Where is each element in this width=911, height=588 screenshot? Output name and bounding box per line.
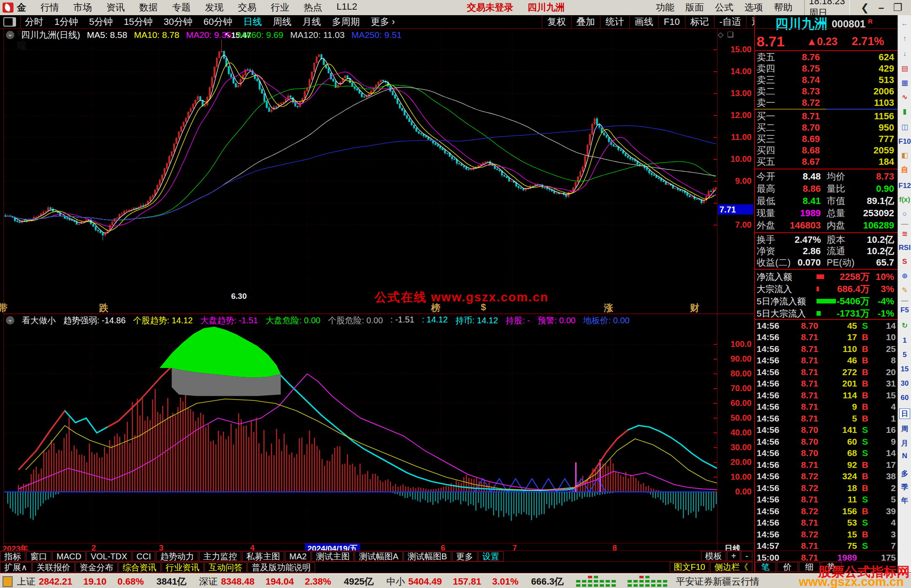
split-window-icon[interactable] xyxy=(3,17,16,27)
report-icon[interactable]: ▤ xyxy=(898,64,911,73)
menu-item-公式[interactable]: 公式 xyxy=(715,1,733,14)
tick-row[interactable]: 14:568.7215B3 xyxy=(755,529,898,540)
move-icon[interactable]: ⊕ xyxy=(898,271,911,280)
indicator-tab-指标[interactable]: 指标 xyxy=(0,551,25,561)
kline-icon[interactable]: ▮ xyxy=(898,107,911,116)
tick-row[interactable]: 14:568.7117B10 xyxy=(755,332,898,344)
formula-icon[interactable]: f(x) xyxy=(898,196,911,204)
menu-item-热点[interactable]: 热点 xyxy=(304,1,322,14)
tick-view-tab-笔[interactable]: 笔 xyxy=(755,562,776,572)
hotlink-glyph[interactable]: $ xyxy=(481,302,486,313)
toolbar-button--自适[interactable]: -自适 xyxy=(714,16,746,28)
indicator-tab-MA2[interactable]: MA2 xyxy=(285,551,311,561)
back-icon[interactable]: ← xyxy=(898,19,911,28)
toolbar-button-叠加[interactable]: 叠加 xyxy=(571,16,600,28)
period-tab-60分钟[interactable]: 60分钟 xyxy=(203,16,232,28)
s-icon[interactable]: S xyxy=(898,258,911,266)
indicator-tab-趋势动力[interactable]: 趋势动力 xyxy=(156,551,198,561)
tick-row[interactable]: 14:568.7153S4 xyxy=(755,517,898,529)
tick-row[interactable]: 14:568.72156B39 xyxy=(755,505,898,517)
chevron-down-icon[interactable]: ⌄ xyxy=(6,31,14,39)
tick-row[interactable]: 14:578.7175S7 xyxy=(755,540,898,552)
period-week[interactable]: 周 xyxy=(898,424,911,434)
candlestick-chart[interactable] xyxy=(4,29,717,314)
period-quarter[interactable]: 季 xyxy=(898,482,911,492)
indicator-tab-私募主图[interactable]: 私募主图 xyxy=(242,551,284,561)
period-multi[interactable]: 多 xyxy=(898,469,911,478)
period-tab-月线[interactable]: 月线 xyxy=(302,16,321,28)
period-15[interactable]: 15 xyxy=(898,365,911,373)
hotlink-glyph[interactable]: 涨 xyxy=(604,302,613,314)
refresh-icon[interactable]: ↻ xyxy=(898,321,911,330)
tick-row[interactable]: 14:568.7045S14 xyxy=(755,320,898,332)
tick-row[interactable]: 14:568.71272B20 xyxy=(755,366,898,378)
current-stock-label[interactable]: 四川九洲 xyxy=(528,1,565,14)
period-tab-5分钟[interactable]: 5分钟 xyxy=(89,16,113,28)
tick-row[interactable]: 14:568.7068S14 xyxy=(755,448,898,459)
info-tab-扩展∧[interactable]: 扩展∧ xyxy=(0,562,32,572)
menu-item-市场[interactable]: 市场 xyxy=(73,1,92,14)
login-status[interactable]: 交易未登录 xyxy=(467,1,513,14)
menu-item-L1L2[interactable]: L1L2 xyxy=(337,1,357,14)
template-button-模板[interactable]: 模板 xyxy=(701,551,726,561)
menu-item-行业[interactable]: 行业 xyxy=(271,1,289,14)
indicator-tab-MACD[interactable]: MACD xyxy=(52,551,86,561)
tick-view-tab-细[interactable]: 细 xyxy=(799,562,820,572)
indicator-tab-主力监控[interactable]: 主力监控 xyxy=(199,551,241,561)
tick-row[interactable]: 14:568.71114B15 xyxy=(755,389,898,401)
trend-line-icon[interactable]: ∿ xyxy=(898,93,911,102)
menu-item-数据[interactable]: 数据 xyxy=(139,1,158,14)
grid-icon[interactable]: ▦ xyxy=(898,78,911,87)
zixuan-icon[interactable]: 自 xyxy=(898,165,911,175)
info-tab-关联报价[interactable]: 关联报价 xyxy=(32,562,75,572)
period-tab-日线[interactable]: 日线 xyxy=(243,16,262,28)
tick-row[interactable]: 14:568.70141S16 xyxy=(755,424,898,436)
indicator-tab-测试幅图A[interactable]: 测试幅图A xyxy=(355,551,402,561)
toolbar-button-统计[interactable]: 统计 xyxy=(600,16,629,28)
indicator-tab-测试主图[interactable]: 测试主图 xyxy=(312,551,354,561)
indicator-tab-窗口[interactable]: 窗口 xyxy=(26,551,51,561)
tick-row[interactable]: 14:568.7146B8 xyxy=(755,355,898,367)
menu-item-交易[interactable]: 交易 xyxy=(238,1,256,14)
indicator-tab-更多[interactable]: 更多 xyxy=(452,551,477,561)
period-60[interactable]: 60 xyxy=(898,394,911,402)
menu-item-发现[interactable]: 发现 xyxy=(205,1,224,14)
hotlink-glyph[interactable]: 跌 xyxy=(99,302,108,314)
f5-icon[interactable]: F5 xyxy=(898,306,911,314)
market-status-icon[interactable] xyxy=(3,576,13,587)
tick-view-tab-价[interactable]: 价 xyxy=(777,562,798,572)
tick-row[interactable]: 14:568.7111S5 xyxy=(755,494,898,506)
info-tab-资金分布[interactable]: 资金分布 xyxy=(75,562,118,572)
menu-item-选项[interactable]: 选项 xyxy=(744,1,763,14)
info-tab-普及版功能说明[interactable]: 普及版功能说明 xyxy=(248,562,315,572)
info-tab-行业资讯[interactable]: 行业资讯 xyxy=(162,562,204,572)
tick-row[interactable]: 14:568.715B1 xyxy=(755,413,898,424)
window-minimize-icon[interactable]: – xyxy=(879,2,884,13)
tick-row[interactable]: 14:568.7192B17 xyxy=(755,459,898,471)
pane-diamond-icon[interactable]: ◇ xyxy=(718,30,723,39)
template-button--[interactable]: - xyxy=(741,551,752,561)
period-tab-更多 ›[interactable]: 更多 › xyxy=(371,16,395,28)
indicator-tab-VOL-TDX[interactable]: VOL-TDX xyxy=(86,551,132,561)
tick-row[interactable]: 14:568.719B4 xyxy=(755,401,898,413)
info-tab-侧边栏《[interactable]: 侧边栏《 xyxy=(710,562,752,572)
chevron-down-icon[interactable]: ⌄ xyxy=(6,316,14,325)
tick-row[interactable]: 14:568.72324B38 xyxy=(755,471,898,483)
indicator-tab-测试幅图B[interactable]: 测试幅图B xyxy=(404,551,451,561)
period-tab-分时[interactable]: 分时 xyxy=(25,16,43,28)
info-tab-互动问答[interactable]: 互动问答 xyxy=(205,562,247,572)
period-tab-多周期[interactable]: 多周期 xyxy=(332,16,360,28)
period-year[interactable]: 年 xyxy=(898,496,911,505)
toolbar-button-画线[interactable]: 画线 xyxy=(629,16,658,28)
menu-item-帮助[interactable]: 帮助 xyxy=(774,1,792,14)
info-tab-图文F10[interactable]: 图文F10 xyxy=(670,562,709,572)
rsi-icon[interactable]: RSI xyxy=(898,244,911,252)
period-tab-周线[interactable]: 周线 xyxy=(273,16,291,28)
toolbar-button-复权[interactable]: 复权 xyxy=(542,16,571,28)
period-day[interactable]: 日 xyxy=(899,408,910,419)
circle-icon[interactable]: ○ xyxy=(898,210,911,218)
up-icon[interactable]: ↑ xyxy=(898,35,911,43)
wave-icon[interactable]: ≋ xyxy=(898,229,911,238)
indicator-tab-CCI[interactable]: CCI xyxy=(132,551,155,561)
menu-item-行情[interactable]: 行情 xyxy=(40,1,59,14)
